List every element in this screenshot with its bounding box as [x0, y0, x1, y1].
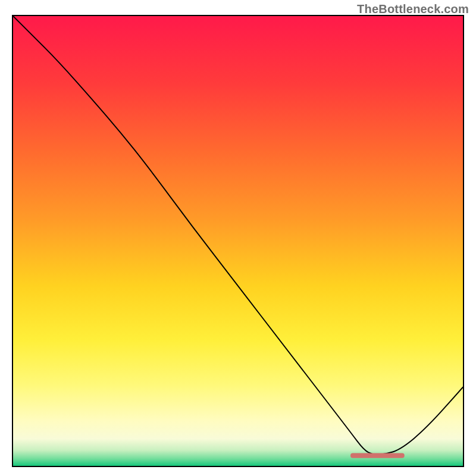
watermark-text: TheBottleneck.com	[357, 2, 469, 16]
optimal-zone-marker	[350, 453, 405, 458]
chart-background	[13, 16, 463, 466]
chart-container	[12, 15, 464, 467]
bottleneck-chart	[13, 16, 463, 466]
